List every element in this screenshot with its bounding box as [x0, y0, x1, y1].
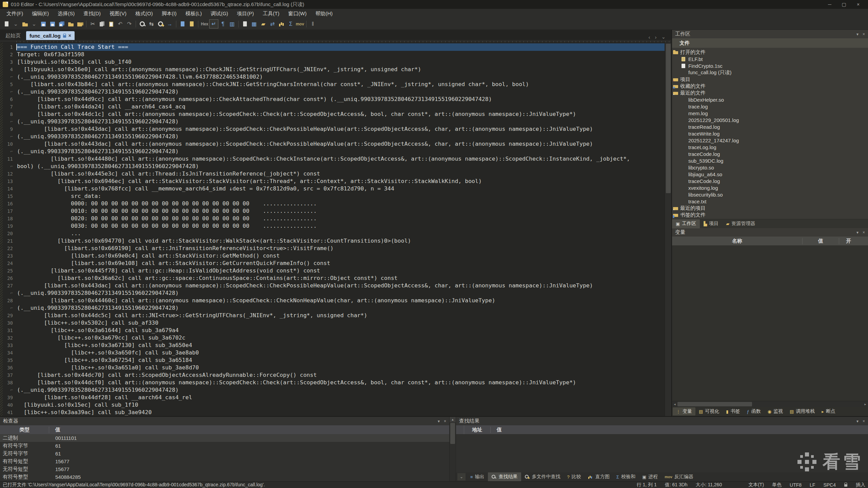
- editor-line[interactable]: 16 0000: 00 00 00 00 00 00 00 00 00 00 0…: [3, 200, 665, 207]
- editor-line[interactable]: ⌐(.__uniq.990339783528046273134915519602…: [3, 289, 665, 297]
- editor-line[interactable]: ⌐(.__uniq.990339783528046273134915519602…: [3, 88, 665, 96]
- menu-item[interactable]: 工具(T): [258, 9, 284, 18]
- tree-item[interactable]: 最近的文件: [672, 89, 868, 96]
- editor-line[interactable]: 35 [libc++.so!0x3a67254] call sub_3a6518…: [3, 357, 665, 364]
- tree-item[interactable]: 书签的文件: [672, 211, 868, 218]
- output-tab-校验和[interactable]: Σ校验和: [613, 472, 639, 481]
- tree-item[interactable]: 项目: [672, 76, 868, 83]
- editor-line[interactable]: 15 src_data:: [3, 192, 665, 200]
- panel-menu-icon[interactable]: ▾: [856, 419, 859, 424]
- column-name[interactable]: 名称: [672, 238, 803, 244]
- menu-item[interactable]: 选择(S): [53, 9, 79, 18]
- scroll-up-icon[interactable]: ▲: [450, 417, 456, 422]
- editor-line[interactable]: 12 [libart.so!0x445e3c] call art::Thread…: [3, 170, 665, 178]
- editor-line[interactable]: 31 [libc++.so!0x3a61644] call sub_3a679a…: [3, 327, 665, 334]
- tab-start-page[interactable]: 起始页: [0, 31, 26, 40]
- maximize-button[interactable]: ▢: [837, 2, 851, 7]
- column-start[interactable]: 开: [839, 238, 868, 244]
- tree-item[interactable]: ELF.bt: [672, 56, 868, 62]
- editor-line[interactable]: 37 [libart.so!0x44dc70] call art::Scoped…: [3, 371, 665, 379]
- editor-line[interactable]: 18 0020: 00 00 00 00 00 00 00 00 00 00 0…: [3, 215, 665, 222]
- tree-item[interactable]: traceCode.log: [672, 150, 868, 157]
- column-address[interactable]: 地址: [464, 427, 491, 433]
- panel-close-icon[interactable]: ×: [863, 32, 865, 37]
- paste-button[interactable]: [106, 19, 116, 28]
- output-tab-输出[interactable]: ≡输出: [467, 472, 488, 481]
- tree-item[interactable]: 20251229_200501.log: [672, 117, 868, 123]
- editor-line[interactable]: 19 0030: 00 00 00 00 00 00 00 00 00 00 0…: [3, 222, 665, 230]
- hex-view-button[interactable]: Hex: [200, 19, 209, 28]
- editor[interactable]: 1=== Function Call Trace Start ===2Targe…: [3, 43, 665, 416]
- editor-line[interactable]: 8 [libart.so!0x44dc1c] call art::(anonym…: [3, 110, 665, 118]
- view-tab-变量[interactable]: ⋮变量: [673, 407, 695, 415]
- editor-line[interactable]: ⌐(.__uniq.990339783528046273134915519602…: [3, 148, 665, 155]
- editor-line[interactable]: 11 [libart.so!0x44480c] call art::(anony…: [3, 155, 665, 163]
- tree-item[interactable]: libsecuritylib.so: [672, 191, 868, 198]
- column-value[interactable]: 值: [49, 427, 60, 433]
- menu-item[interactable]: 视图(V): [105, 9, 131, 18]
- view-tab-书签[interactable]: ▮书签: [723, 407, 743, 415]
- tab-close-icon[interactable]: ×: [68, 33, 71, 38]
- scrollbar-thumb[interactable]: [450, 423, 455, 444]
- run-template-button[interactable]: [178, 19, 187, 28]
- editor-line[interactable]: 25 [libart.so!0x445f78] call art::gc::He…: [3, 267, 665, 274]
- save-all-button[interactable]: [57, 19, 66, 28]
- editor-line[interactable]: 33 [libc++.so!0x3a67130] call sub_3a650e…: [3, 342, 665, 349]
- undo-button[interactable]: ↶: [116, 19, 125, 28]
- panel-menu-icon[interactable]: ▾: [438, 419, 440, 424]
- column-value[interactable]: 值: [491, 427, 502, 433]
- sidebar-tab-工作区[interactable]: ▣工作区: [672, 219, 700, 228]
- tree-item[interactable]: traceCode.log: [672, 178, 868, 184]
- scrollbar-thumb[interactable]: [666, 44, 671, 193]
- editor-line[interactable]: 32 [libc++.so!0x3a679cc] call sub_3a6702…: [3, 334, 665, 342]
- menu-item[interactable]: 调试(G): [206, 9, 233, 18]
- tree-item[interactable]: traceLog.log: [672, 144, 868, 150]
- disassembler-tool-button[interactable]: mov: [295, 19, 304, 28]
- save-button[interactable]: [39, 19, 48, 28]
- histogram-tool-button[interactable]: [277, 19, 286, 28]
- editor-line[interactable]: 9 [libart.so!0x443dac] call art::(anonym…: [3, 125, 665, 133]
- inspector-scrollbar[interactable]: ▲: [449, 417, 456, 481]
- panel-close-icon[interactable]: ×: [444, 419, 446, 424]
- status-encoding[interactable]: UTF8: [790, 482, 802, 488]
- editor-line[interactable]: 6 [libart.so!0x44d9cc] call art::(anonym…: [3, 96, 665, 103]
- tree-item[interactable]: libjiagu_a64.so: [672, 171, 868, 178]
- editor-line[interactable]: 39 [libart.so!0x44df28] call __aarch64_c…: [3, 394, 665, 401]
- tree-item[interactable]: sub_539DC.log: [672, 157, 868, 164]
- panel-menu-icon[interactable]: ▾: [856, 32, 859, 37]
- tree-item[interactable]: xvexitong.log: [672, 184, 868, 191]
- status-mode[interactable]: 文本(T): [748, 482, 764, 488]
- editor-line[interactable]: 22 [libart.so!0x669190] call art::JniTra…: [3, 245, 665, 252]
- menu-item[interactable]: 文件(F): [2, 9, 27, 18]
- editor-line[interactable]: 36 [libc++.so!0x3a651a0] call sub_3ae8d7…: [3, 364, 665, 371]
- status-insert-mode[interactable]: 插入: [856, 482, 865, 488]
- editor-line[interactable]: 4 [libyuuki.so!0x16e0] call art::(anonym…: [3, 66, 665, 73]
- inspector-row[interactable]: 无符号字节61: [0, 450, 449, 458]
- find-in-files-button[interactable]: [156, 19, 165, 28]
- editor-line[interactable]: 27 [libart.so!0x443dac] call art::(anony…: [3, 282, 665, 289]
- edit-as-button[interactable]: [240, 19, 250, 28]
- view-tab-断点[interactable]: ▸断点: [818, 407, 839, 415]
- swap-bytes-button[interactable]: ⇄: [268, 19, 277, 28]
- tab-scroll-icon[interactable]: ⌄: [659, 34, 668, 40]
- replace-button[interactable]: ⇆: [147, 19, 156, 28]
- editor-line[interactable]: 29 [libart.so!0x44dc5c] call art::JNI<tr…: [3, 312, 665, 319]
- tree-item[interactable]: traceWrite.log: [672, 130, 868, 137]
- status-spacing[interactable]: SPC4: [823, 482, 836, 488]
- tree-item[interactable]: traceRead.log: [672, 123, 868, 130]
- tree-item[interactable]: trace.txt: [672, 198, 868, 205]
- color-table-button[interactable]: ▦: [250, 19, 259, 28]
- menu-item[interactable]: 格式(O): [131, 9, 157, 18]
- sidebar-tab-项目[interactable]: ▙项目: [700, 219, 722, 228]
- editor-line[interactable]: 14 [libart.so!0x768fcc] call __memmove_a…: [3, 185, 665, 192]
- open-recent-folder-button[interactable]: [75, 19, 84, 28]
- tree-item[interactable]: trace.log: [672, 103, 868, 110]
- inspector-row[interactable]: 有符号整型540884285: [0, 473, 449, 481]
- editor-line[interactable]: 23 [libart.so!0x69e0c4] call art::StackV…: [3, 252, 665, 260]
- goto-button[interactable]: →: [165, 19, 174, 28]
- variables-horizontal-scrollbar[interactable]: ◂ ▸: [672, 401, 868, 407]
- output-tab-多文件中查找[interactable]: 多文件中查找: [521, 472, 564, 481]
- editor-line[interactable]: 2Target: 0x6f3a3f1598: [3, 51, 665, 58]
- editor-line[interactable]: ⌐bool) (.__uniq.990339783528046273134915…: [3, 163, 665, 170]
- editor-line[interactable]: ⌐(.__uniq.990339783528046273134915519602…: [3, 133, 665, 140]
